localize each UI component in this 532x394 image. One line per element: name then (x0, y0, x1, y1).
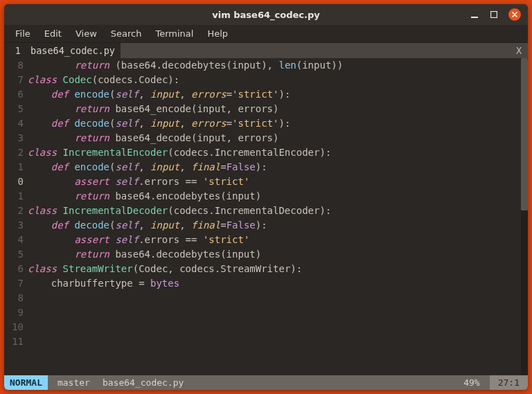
line-number: 4 (4, 116, 24, 131)
window-controls (470, 8, 528, 21)
line-number: 5 (4, 102, 24, 116)
line-number: 2 (4, 204, 24, 218)
tab-current[interactable]: base64_codec.py (25, 43, 121, 58)
code-line[interactable]: return base64_encode(input, errors) (28, 102, 521, 116)
line-number: 3 (4, 218, 24, 233)
status-position: 27:1 (490, 375, 528, 390)
line-number: 11 (4, 334, 24, 349)
line-number: 4 (4, 233, 24, 247)
line-number: 7 (4, 276, 24, 291)
maximize-icon[interactable] (489, 10, 499, 19)
code-line[interactable]: return base64.encodebytes(input) (28, 189, 521, 204)
line-number-gutter: 8765432101234567891011 (4, 58, 28, 375)
status-branch: master (48, 375, 100, 390)
tab-bar: 1 base64_codec.py X (4, 43, 528, 58)
code-line[interactable]: return base64.decodebytes(input) (28, 247, 521, 262)
menu-view[interactable]: View (70, 27, 103, 40)
menu-help[interactable]: Help (202, 27, 233, 40)
tab-index: 1 (4, 43, 25, 58)
line-number: 10 (4, 320, 24, 334)
titlebar[interactable]: vim base64_codec.py (4, 4, 528, 25)
code-line[interactable]: def encode(self, input, errors='strict')… (28, 87, 521, 102)
status-spacer (186, 375, 454, 390)
status-mode: NORMAL (4, 375, 48, 390)
line-number: 0 (4, 174, 24, 189)
code-line[interactable]: assert self.errors == 'strict' (28, 174, 521, 189)
line-number: 9 (4, 305, 24, 320)
code-line[interactable]: class StreamWriter(Codec, codecs.StreamW… (28, 262, 521, 276)
svg-rect-0 (471, 17, 478, 18)
line-number: 8 (4, 291, 24, 305)
menu-file[interactable]: File (10, 27, 36, 40)
line-number: 1 (4, 189, 24, 204)
menu-terminal[interactable]: Terminal (150, 27, 199, 40)
tab-strip (121, 43, 510, 58)
code-line[interactable]: def decode(self, input, final=False): (28, 218, 521, 233)
status-bar: NORMAL master base64_codec.py 49% 27:1 (4, 375, 528, 390)
menu-search[interactable]: Search (105, 27, 148, 40)
code-content[interactable]: return (base64.decodebytes(input), len(i… (28, 58, 528, 375)
minimize-icon[interactable] (470, 10, 479, 19)
tab-close-button[interactable]: X (510, 43, 528, 58)
scrollbar-track[interactable] (521, 58, 528, 375)
code-line[interactable]: def decode(self, input, errors='strict')… (28, 116, 521, 131)
line-number: 5 (4, 247, 24, 262)
status-percent: 49% (454, 375, 489, 390)
scrollbar-thumb[interactable] (521, 58, 528, 211)
svg-rect-1 (491, 12, 497, 18)
line-number: 2 (4, 145, 24, 160)
window-title: vim base64_codec.py (4, 10, 528, 20)
line-number: 6 (4, 262, 24, 276)
code-line[interactable]: return (base64.decodebytes(input), len(i… (28, 58, 521, 73)
line-number: 7 (4, 73, 24, 87)
code-line[interactable]: def encode(self, input, final=False): (28, 160, 521, 174)
close-icon[interactable] (508, 8, 521, 21)
code-line[interactable]: class IncrementalEncoder(codecs.Incremen… (28, 145, 521, 160)
code-line[interactable]: class Codec(codecs.Codec): (28, 73, 521, 87)
status-file: base64_codec.py (100, 375, 186, 390)
code-line[interactable]: return base64_decode(input, errors) (28, 131, 521, 145)
code-line[interactable]: charbuffertype = bytes (28, 276, 521, 291)
code-line[interactable]: assert self.errors == 'strict' (28, 233, 521, 247)
code-line[interactable]: class IncrementalDecoder(codecs.Incremen… (28, 204, 521, 218)
line-number: 1 (4, 160, 24, 174)
menubar: File Edit View Search Terminal Help (4, 25, 528, 43)
line-number: 6 (4, 87, 24, 102)
menu-edit[interactable]: Edit (39, 27, 67, 40)
line-number: 8 (4, 58, 24, 73)
terminal-window: vim base64_codec.py File Edit View Searc… (4, 4, 528, 390)
editor-area[interactable]: 8765432101234567891011 return (base64.de… (4, 58, 528, 375)
line-number: 3 (4, 131, 24, 145)
